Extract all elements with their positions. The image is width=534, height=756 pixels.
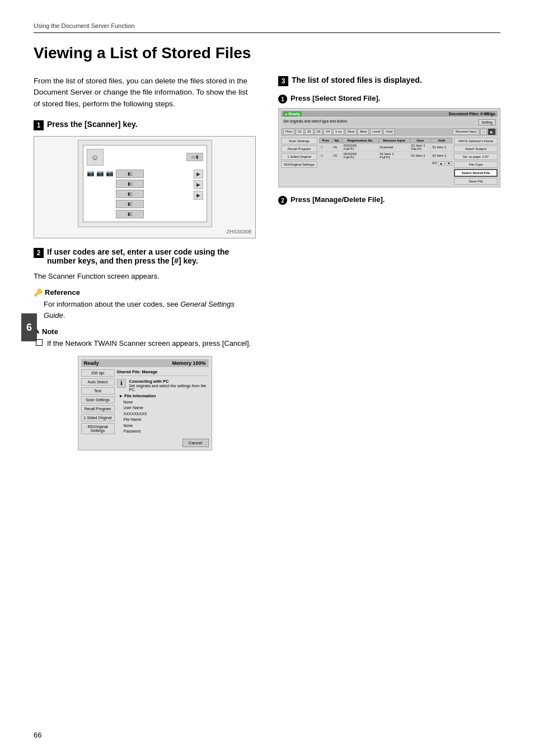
ds-up-btn[interactable]: ▲ <box>438 161 444 166</box>
right-column: 3 The list of stored files is displayed.… <box>278 76 500 450</box>
ds-store-file-btn[interactable]: Store File <box>454 178 498 185</box>
ds-page-num: 3/2 <box>432 161 437 166</box>
content-area: From the list of stored files, you can d… <box>34 76 500 450</box>
cancel-info-text: Connecting with PC Set originals and sel… <box>129 379 209 392</box>
cancel-info-icon: ℹ <box>117 379 126 388</box>
reference-icon: 🔑 <box>34 288 43 297</box>
cancel-info-desc: Set originals and select the settings fr… <box>129 384 209 392</box>
td-remove1: Scanned <box>378 143 410 152</box>
cancel-status: Ready <box>84 360 99 366</box>
ds-tab-dest: Dest <box>345 129 357 135</box>
td-void1: 01 Item 1 <box>431 143 452 152</box>
td-no1: 01 <box>332 143 342 152</box>
cancel-panel-select: Auto Select <box>81 378 115 386</box>
ds-filetype-btn: File Type <box>454 161 498 168</box>
reference-label: Reference <box>45 288 80 297</box>
ds-tab-04: 04 <box>324 129 332 135</box>
ds-remove-input: Remove Input <box>453 129 479 135</box>
ds-tab-01: 01 <box>296 129 304 135</box>
ds-rd-btn: RD/Original Settings <box>281 161 317 168</box>
scanner-btn1: ▮▯ <box>116 170 144 178</box>
step1-text: Press the [Scanner] key. <box>47 120 138 129</box>
cancel-screen-header: Ready Memory 100% <box>81 359 209 367</box>
th-regdate: Registration No. <box>343 138 378 143</box>
ds-select-stored-btn[interactable]: Select Stored File <box>454 169 498 177</box>
ds-tab-03: 03 <box>315 129 323 135</box>
cancel-left-panel: 200 dpi Auto Select Text Scan Settings R… <box>81 369 115 447</box>
ds-go-btn: ▶ <box>488 129 495 135</box>
page-number: 66 <box>34 731 41 739</box>
cancel-options-title: ► File Information <box>119 393 209 398</box>
td-remove2: 01 Item 1Full P1 <box>378 152 410 160</box>
scanner-btn4: ▮▯ <box>116 200 144 208</box>
screenshot-code: ZHSS020E <box>38 229 252 234</box>
left-column: From the list of stored files, you can d… <box>34 76 256 450</box>
th-no: No. <box>332 138 342 143</box>
th-void: Void <box>431 138 452 143</box>
scanner-top-row: ☺ ▭▮ <box>87 149 203 166</box>
scanner-ri2: ▶ <box>194 180 203 189</box>
td-prev2: □ <box>320 152 332 160</box>
scanner-copy-btn: ▭▮ <box>186 153 203 161</box>
cancel-info-row: ℹ Connecting with PC Set originals and s… <box>117 379 209 392</box>
ds-tabs: Prev 01 02 03 04 1 on Dest Best Level Vo… <box>281 128 498 136</box>
page-title: Viewing a List of Stored Files <box>34 44 500 62</box>
step2-body: The Scanner Function screen appears. <box>34 271 256 282</box>
sub-step1-number: 1 <box>278 95 287 104</box>
reference-section: 🔑 Reference For information about the us… <box>34 288 256 321</box>
step1-number: 1 <box>34 120 44 130</box>
td-reg1: 02/02/02Full P1 <box>343 143 378 152</box>
intro-text: From the list of stored files, you can d… <box>34 76 256 110</box>
ds-pagination: 3/2 ▲ ▼ <box>319 161 452 166</box>
ds-recall-btn: Recall Program <box>281 145 317 152</box>
ds-header: ● Ready Document Files: 0 MB/gs <box>281 111 498 117</box>
scanner-screen: ☺ ▭▮ 📷 📷 📷 ▮▯ ▮▯ ▮▯ ▮▯ ▮▯ <box>78 140 212 227</box>
ds-tab-best: Best <box>358 129 369 135</box>
table-row: □ 01 02/02/02Full P1 01 Item 1Full P1 01… <box>320 152 452 160</box>
step3-text: The list of stored files is displayed. <box>292 76 422 84</box>
cancel-button[interactable]: Cancel <box>182 439 209 447</box>
cancel-recall: Recall Program <box>81 405 115 412</box>
ds-tab-void: Void <box>383 129 395 135</box>
ds-center-table: Prev No. Registration No. Remove Input U… <box>319 138 452 185</box>
td-reg2: 02/02/02Full P1 <box>343 152 378 160</box>
cancel-options-list: NoneUser NameXXXXXXXXXFile NameNonePassw… <box>124 400 209 435</box>
sub-step2-number: 2 <box>278 196 287 205</box>
th-user: User <box>410 138 431 143</box>
ds-header-right: Document Files: 0 MB/gs <box>449 112 495 116</box>
note-label: Note <box>42 327 58 336</box>
td-void2: 01 Item 1 <box>431 152 452 160</box>
scanner-btn2: ▮▯ <box>116 180 144 188</box>
scanner-btn5: ▮▯ <box>116 210 144 218</box>
ds-tab-level: Level <box>370 129 382 135</box>
note-item: If the Network TWAIN Scanner screen appe… <box>36 338 256 349</box>
step3-number: 3 <box>278 76 288 86</box>
scanner-icon: ☺ <box>87 149 104 166</box>
ds-input-field: □ <box>480 129 487 135</box>
ds-info-text: Set originals and select type and button… <box>283 119 348 125</box>
sub-step1-heading: 1 Press [Select Stored File]. <box>278 94 500 104</box>
note-section: ✎ Note If the Network TWAIN Scanner scre… <box>34 327 256 349</box>
breadcrumb: Using the Document Server Function <box>34 22 500 33</box>
page-container: 6 Using the Document Server Function Vie… <box>0 0 534 756</box>
ds-tab-02: 02 <box>305 129 313 135</box>
sub-step2: 2 Press [Manage/Delete File]. <box>278 195 500 205</box>
step3-heading: 3 The list of stored files is displayed. <box>278 76 500 86</box>
sub-step1: 1 Press [Select Stored File]. <box>278 94 500 104</box>
step1-screenshot: ☺ ▭▮ 📷 📷 📷 ▮▯ ▮▯ ▮▯ ▮▯ ▮▯ <box>34 136 256 238</box>
ds-down-btn[interactable]: ▼ <box>446 161 452 166</box>
ds-1sided-btn: 1 Sided Original <box>281 153 317 160</box>
cancel-info-title: Connecting with PC <box>129 379 209 384</box>
ds-main-body: Scan Settings Recall Program 1 Sided Ori… <box>281 138 498 185</box>
ds-arcs-btn: ARCS Selector's Name <box>454 138 498 144</box>
cancel-button-row: Cancel <box>117 439 209 447</box>
cancel-panel-text: Text <box>81 387 115 395</box>
cancel-screen: Ready Memory 100% 200 dpi Auto Select Te… <box>78 356 212 450</box>
step1-heading: 1 Press the [Scanner] key. <box>34 120 256 130</box>
td-user1: 01 Item 1File P1 <box>410 143 431 152</box>
sub-step2-text: Press [Manage/Delete File]. <box>291 195 385 204</box>
table-row: □ 01 02/02/02Full P1 Scanned 01 Item 1Fi… <box>320 143 452 152</box>
td-user2: 01 Item 1 <box>410 152 431 160</box>
step2-heading: 2 If user codes are set, enter a user co… <box>34 247 256 265</box>
cancel-memory: Memory 100% <box>172 360 205 366</box>
